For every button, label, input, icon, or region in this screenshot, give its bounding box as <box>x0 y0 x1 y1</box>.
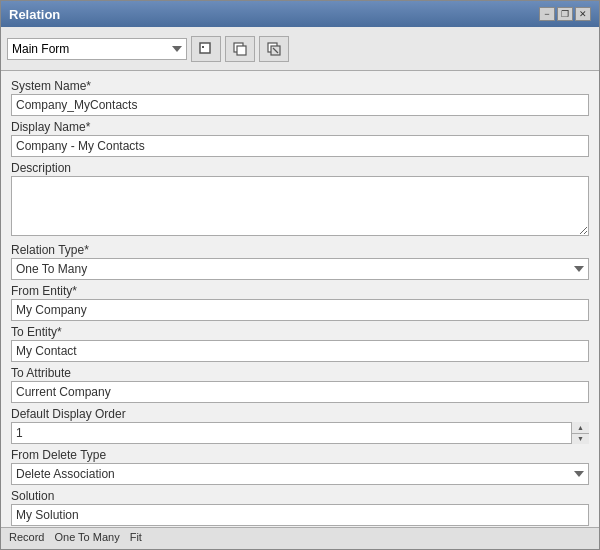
new-icon <box>199 42 213 56</box>
display-name-input[interactable] <box>11 135 589 157</box>
toolbar: Main Form <box>1 27 599 71</box>
description-group: Description <box>11 161 589 239</box>
to-entity-label: To Entity* <box>11 325 589 339</box>
close-button[interactable]: ✕ <box>575 7 591 21</box>
display-name-group: Display Name* <box>11 120 589 157</box>
solution-label: Solution <box>11 489 589 503</box>
status-bar: Record One To Many Fit <box>1 527 599 549</box>
relation-window: Relation − ❐ ✕ Main Form <box>0 0 600 550</box>
default-display-order-input[interactable] <box>11 422 589 444</box>
system-name-group: System Name* <box>11 79 589 116</box>
relation-type-label: Relation Type* <box>11 243 589 257</box>
from-entity-group: From Entity* <box>11 284 589 321</box>
default-display-order-label: Default Display Order <box>11 407 589 421</box>
to-attribute-group: To Attribute <box>11 366 589 403</box>
new-button[interactable] <box>191 36 221 62</box>
status-item-2: One To Many <box>54 531 119 546</box>
title-bar: Relation − ❐ ✕ <box>1 1 599 27</box>
delete-icon <box>267 42 281 56</box>
description-textarea[interactable] <box>11 176 589 236</box>
form-content: System Name* Display Name* Description R… <box>1 71 599 527</box>
svg-rect-0 <box>200 43 210 53</box>
status-item-3: Fit <box>130 531 142 546</box>
solution-input[interactable] <box>11 504 589 526</box>
to-attribute-input[interactable] <box>11 381 589 403</box>
window-title: Relation <box>9 7 60 22</box>
to-entity-input[interactable] <box>11 340 589 362</box>
system-name-label: System Name* <box>11 79 589 93</box>
copy-icon <box>233 42 247 56</box>
spinner-buttons: ▲ ▼ <box>571 422 589 444</box>
delete-button[interactable] <box>259 36 289 62</box>
relation-type-select[interactable]: One To Many Many To Many <box>11 258 589 280</box>
form-selector[interactable]: Main Form <box>7 38 187 60</box>
from-entity-label: From Entity* <box>11 284 589 298</box>
system-name-input[interactable] <box>11 94 589 116</box>
to-entity-group: To Entity* <box>11 325 589 362</box>
relation-type-group: Relation Type* One To Many Many To Many <box>11 243 589 280</box>
spinner-up-button[interactable]: ▲ <box>572 422 589 434</box>
from-delete-type-select[interactable]: Delete Association Restrict Cascade <box>11 463 589 485</box>
svg-rect-3 <box>237 46 246 55</box>
window-controls: − ❐ ✕ <box>539 7 591 21</box>
restore-button[interactable]: ❐ <box>557 7 573 21</box>
from-entity-input[interactable] <box>11 299 589 321</box>
to-attribute-label: To Attribute <box>11 366 589 380</box>
default-display-order-wrapper: ▲ ▼ <box>11 422 589 444</box>
default-display-order-group: Default Display Order ▲ ▼ <box>11 407 589 444</box>
svg-rect-1 <box>202 46 204 48</box>
spinner-down-button[interactable]: ▼ <box>572 434 589 445</box>
from-delete-type-group: From Delete Type Delete Association Rest… <box>11 448 589 485</box>
solution-group: Solution <box>11 489 589 526</box>
description-label: Description <box>11 161 589 175</box>
minimize-button[interactable]: − <box>539 7 555 21</box>
from-delete-type-label: From Delete Type <box>11 448 589 462</box>
copy-button[interactable] <box>225 36 255 62</box>
status-item-1: Record <box>9 531 44 546</box>
display-name-label: Display Name* <box>11 120 589 134</box>
